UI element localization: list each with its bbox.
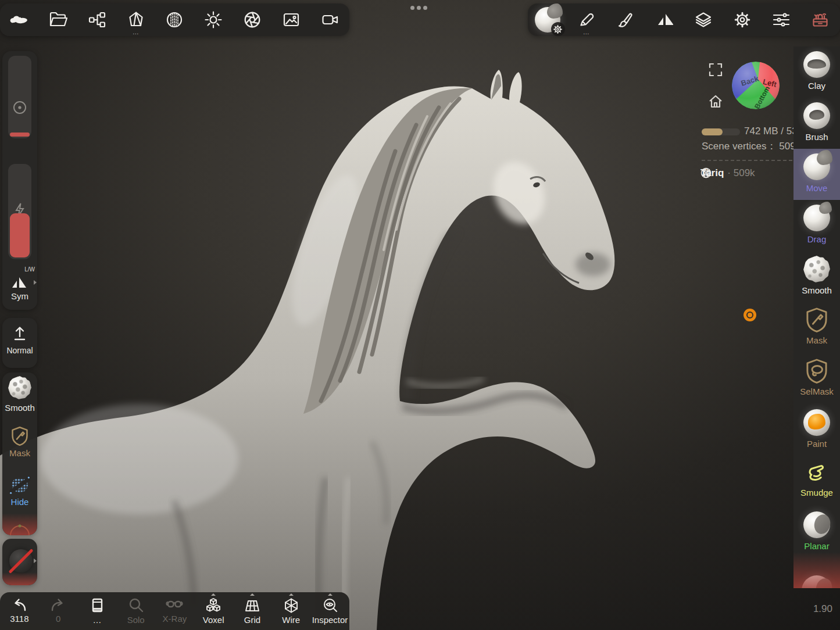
paintbrush-icon[interactable] xyxy=(610,5,641,35)
voxel-button[interactable]: Voxel xyxy=(195,594,232,629)
brush-sidebar: Clay Brush Move Drag Smooth Mask SelMask… xyxy=(793,46,840,588)
pivot-target-indicator xyxy=(744,309,756,321)
scene-graph-icon[interactable] xyxy=(82,5,112,35)
tool-selmask[interactable]: SelMask xyxy=(793,353,840,405)
layers-icon[interactable] xyxy=(688,5,719,35)
toolbox-icon[interactable] xyxy=(805,5,835,35)
solo-button[interactable]: Solo xyxy=(117,594,155,629)
inspector-button[interactable]: Inspector xyxy=(312,594,349,629)
wire-button[interactable]: Wire xyxy=(273,594,310,629)
matcap-material-icon[interactable] xyxy=(159,5,190,35)
undo-icon xyxy=(10,597,28,613)
quick-tools-panel: Smooth Mask Hide xyxy=(2,373,37,535)
tool-drag[interactable]: Drag xyxy=(793,200,840,251)
tool-mask[interactable]: Mask xyxy=(793,302,840,353)
voxel-menu-caret[interactable] xyxy=(211,593,216,596)
gear-badge-icon xyxy=(551,22,565,36)
next-tool-sphere-partial xyxy=(802,575,832,588)
material-expand-arrow[interactable] xyxy=(34,559,37,563)
tool-move[interactable]: Move xyxy=(793,149,840,200)
scene-vertices: Scene vertices： 509k xyxy=(702,139,800,153)
drag-sphere-icon xyxy=(803,205,830,231)
multitask-handle[interactable] xyxy=(410,6,427,10)
redo-icon xyxy=(49,597,67,613)
intensity-slider[interactable] xyxy=(8,164,31,259)
history-button[interactable]: … xyxy=(78,594,116,629)
postprocess-icon[interactable] xyxy=(237,5,267,35)
tool-partial-next[interactable] xyxy=(793,558,840,588)
mesh-icon xyxy=(700,167,712,178)
bottom-toolbar: 3118 0 … Solo X-Ray xyxy=(0,592,349,630)
quick-tool-mask[interactable]: Mask xyxy=(2,426,37,458)
active-brush-sphere[interactable] xyxy=(532,5,563,35)
xray-button[interactable]: X-Ray xyxy=(156,594,193,629)
wireframe-icon xyxy=(283,597,300,614)
symmetry-label: Sym xyxy=(2,291,37,301)
tool-planar[interactable]: Planar xyxy=(793,507,840,558)
symmetry-mode-label: L/W xyxy=(24,266,35,273)
stroke-mode-panel[interactable]: Normal xyxy=(2,318,37,368)
tool-clay[interactable]: Clay xyxy=(793,46,840,98)
stroke-settings-panel: L/W Sym xyxy=(2,51,37,310)
pencil-icon[interactable]: … xyxy=(571,5,602,35)
material-scroll-fade xyxy=(2,572,37,585)
memory-bar xyxy=(702,128,740,135)
wire-menu-caret[interactable] xyxy=(289,593,294,596)
material-panel[interactable] xyxy=(2,539,37,585)
normal-arrow-icon xyxy=(12,325,27,341)
xray-glasses-icon xyxy=(165,597,184,613)
quick-tool-hide[interactable]: Hide xyxy=(2,476,37,507)
voxel-cubes-icon xyxy=(205,597,222,614)
planar-sphere-icon xyxy=(803,511,830,538)
app-window: Back Left Bottom 742 MB / 539 Scene vert… xyxy=(0,0,840,630)
history-book-icon xyxy=(90,597,105,614)
mask-shield-icon xyxy=(11,426,28,446)
grid-menu-caret[interactable] xyxy=(250,593,255,596)
camera-icon[interactable] xyxy=(315,5,345,35)
object-row[interactable]: Tariq · 509k xyxy=(700,167,755,179)
background-image-icon[interactable] xyxy=(276,5,306,35)
smooth-sphere-icon xyxy=(8,376,31,399)
tool-smudge[interactable]: Smudge xyxy=(793,456,840,507)
grid-button[interactable]: Grid xyxy=(234,594,271,629)
sculpt-viewport[interactable]: Back Left Bottom 742 MB / 539 Scene vert… xyxy=(0,0,840,630)
settings-gear-icon[interactable] xyxy=(727,5,757,35)
memory-text: 742 MB / 539 xyxy=(744,126,794,138)
inspector-menu-caret[interactable] xyxy=(328,593,333,596)
mesh-primitive-icon[interactable]: … xyxy=(121,5,151,35)
brush-sphere-icon xyxy=(803,102,830,129)
tool-brush[interactable]: Brush xyxy=(793,98,840,149)
smooth-sphere-icon xyxy=(803,256,830,282)
radius-slider-fill xyxy=(10,133,30,137)
paint-sphere-icon xyxy=(803,409,830,436)
tool-smooth[interactable]: Smooth xyxy=(793,251,840,302)
inspector-eye-icon xyxy=(322,597,338,614)
top-right-toolbar: … xyxy=(528,3,840,36)
grid-icon xyxy=(244,597,261,614)
intensity-slider-fill xyxy=(10,213,30,257)
undo-button[interactable]: 3118 xyxy=(1,594,38,629)
lighting-icon[interactable] xyxy=(198,5,228,35)
selmask-shield-icon xyxy=(806,358,828,384)
quick-tool-smooth[interactable]: Smooth xyxy=(2,376,37,413)
clay-sphere-icon xyxy=(803,51,830,78)
smudge-finger-icon xyxy=(805,460,829,485)
solo-magnifier-icon xyxy=(128,597,144,614)
gizmo-tool-icon-partial xyxy=(8,522,31,535)
top-left-toolbar: … xyxy=(0,3,349,36)
tool-paint[interactable]: Paint xyxy=(793,405,840,456)
redo-button[interactable]: 0 xyxy=(40,594,77,629)
mask-shield-icon xyxy=(806,307,828,332)
symmetry-expand-arrow[interactable] xyxy=(34,280,37,285)
move-sphere-icon xyxy=(803,153,830,180)
overlay-separator xyxy=(702,160,792,161)
open-file-icon[interactable] xyxy=(43,5,73,35)
zoom-level: 1.90 xyxy=(796,603,832,615)
object-count: · 509k xyxy=(727,167,755,179)
symmetry-icon[interactable] xyxy=(649,5,680,35)
radius-slider[interactable] xyxy=(8,56,31,138)
nomad-logo[interactable] xyxy=(4,5,34,35)
normal-mode-label: Normal xyxy=(2,346,37,355)
adjust-sliders-icon[interactable] xyxy=(766,5,796,35)
radius-dot-icon xyxy=(12,100,27,115)
